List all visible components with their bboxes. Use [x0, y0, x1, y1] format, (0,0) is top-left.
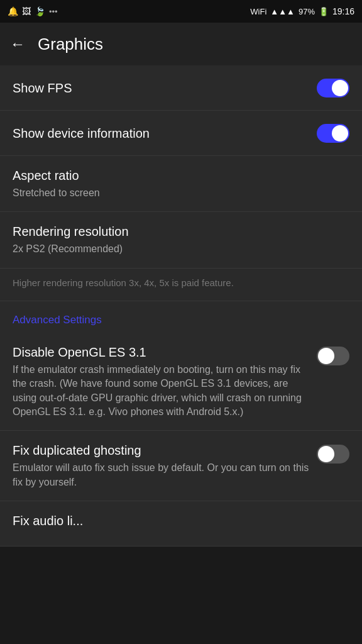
fix-ghosting-label: Fix duplicated ghosting — [13, 442, 309, 458]
fix-ghosting-setting[interactable]: Fix duplicated ghosting Emulator will au… — [0, 431, 362, 501]
signal-icon: ▲▲▲ — [270, 7, 295, 16]
disable-opengl-text: Disable OpenGL ES 3.1 If the emulator cr… — [13, 344, 309, 419]
notification-icon-4: ••• — [49, 7, 58, 16]
battery-icon: 🔋 — [319, 7, 329, 16]
status-bar-left: 🔔 🖼 🍃 ••• — [8, 6, 58, 16]
page-title: Graphics — [38, 35, 103, 54]
notification-icon-2: 🖼 — [22, 6, 31, 16]
show-fps-setting[interactable]: Show FPS — [0, 65, 362, 111]
disable-opengl-toggle-knob — [318, 348, 334, 364]
rendering-resolution-label: Rendering resolution — [13, 223, 129, 240]
show-device-info-text: Show device information — [13, 125, 317, 142]
notification-icon-1: 🔔 — [8, 6, 18, 16]
show-device-info-toggle-knob — [332, 125, 348, 142]
aspect-ratio-label: Aspect ratio — [13, 167, 79, 184]
disable-opengl-toggle[interactable] — [317, 347, 349, 365]
fix-audio-setting[interactable]: Fix audio li... — [0, 501, 362, 547]
status-bar: 🔔 🖼 🍃 ••• WiFi ▲▲▲ 97% 🔋 19:16 — [0, 0, 362, 23]
show-fps-toggle[interactable] — [317, 79, 349, 97]
show-fps-text: Show FPS — [13, 80, 317, 96]
battery-percentage: 97% — [299, 7, 315, 16]
disable-opengl-setting[interactable]: Disable OpenGL ES 3.1 If the emulator cr… — [0, 333, 362, 431]
disable-opengl-label: Disable OpenGL ES 3.1 — [13, 344, 309, 360]
fix-ghosting-toggle[interactable] — [317, 445, 349, 464]
rendering-resolution-value: 2x PS2 (Recommended) — [13, 242, 123, 256]
notification-icon-3: 🍃 — [35, 6, 45, 16]
disable-opengl-description: If the emulator crash immediately on boo… — [13, 363, 309, 419]
show-fps-label: Show FPS — [13, 80, 317, 96]
back-button[interactable]: ← — [10, 35, 25, 53]
show-device-info-toggle[interactable] — [317, 124, 349, 143]
show-device-info-label: Show device information — [13, 125, 317, 142]
status-bar-right: WiFi ▲▲▲ 97% 🔋 19:16 — [250, 6, 354, 16]
settings-list: Show FPS Show device information Aspect … — [0, 65, 362, 547]
fix-ghosting-toggle-knob — [318, 446, 334, 462]
show-fps-toggle-knob — [332, 80, 348, 96]
fix-ghosting-description: Emulator will auto fix such issue by def… — [13, 461, 309, 489]
fix-ghosting-text: Fix duplicated ghosting Emulator will au… — [13, 442, 309, 489]
aspect-ratio-setting[interactable]: Aspect ratio Stretched to screen — [0, 156, 362, 212]
rendering-note: Higher rendering resolution 3x, 4x, 5x i… — [0, 269, 362, 301]
time: 19:16 — [332, 6, 354, 16]
fix-audio-label: Fix audio li... — [13, 513, 83, 529]
back-arrow-icon: ← — [10, 35, 25, 53]
advanced-settings-header[interactable]: Advanced Settings — [0, 301, 362, 333]
show-device-info-setting[interactable]: Show device information — [0, 111, 362, 156]
toolbar: ← Graphics — [0, 23, 362, 65]
rendering-resolution-setting[interactable]: Rendering resolution 2x PS2 (Recommended… — [0, 212, 362, 268]
aspect-ratio-value: Stretched to screen — [13, 186, 100, 200]
wifi-icon: WiFi — [250, 7, 266, 16]
